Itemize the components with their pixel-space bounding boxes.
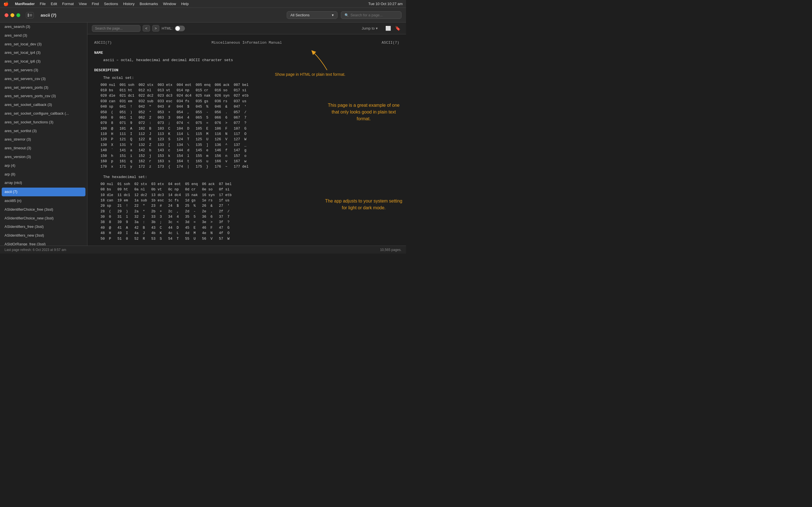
man-header-left: ASCII(7) [94, 40, 112, 46]
bookmark-icon[interactable]: 🔖 [394, 25, 402, 32]
sidebar-item[interactable]: ares_send (3) [0, 31, 87, 40]
sidebar-item[interactable]: ASIdentifiers_new (3ssl) [0, 231, 87, 240]
sidebar-item[interactable]: ares_set_servers (3) [0, 66, 87, 75]
close-button[interactable] [4, 13, 8, 17]
svg-rect-0 [28, 13, 29, 17]
octal-table: 000 nul 001 soh 002 stx 003 etx 004 eot … [94, 82, 399, 170]
sidebar-item[interactable]: ares_strerror (3) [0, 135, 87, 144]
search-input[interactable] [350, 13, 398, 17]
sidebar-toggle-button[interactable] [26, 12, 34, 18]
sidebar-item[interactable]: ares_set_socket_configure_callback (... [0, 109, 87, 118]
sidebar-item[interactable]: ASIdOrRange_free (3ssl) [0, 240, 87, 245]
menu-sections[interactable]: Sections [104, 2, 118, 6]
name-section-title: NAME [94, 50, 399, 56]
sidebar-item[interactable]: ares_set_local_dev (3) [0, 40, 87, 49]
sidebar-item[interactable]: ares_set_servers_csv (3) [0, 75, 87, 83]
title-bar: ascii (7) All Sections ▾ 🔍 [0, 8, 406, 22]
toggle-knob [175, 26, 180, 31]
menu-manreader[interactable]: ManReader [15, 2, 35, 6]
maximize-button[interactable] [16, 13, 20, 17]
page-count-label: 10,565 pages. [380, 248, 402, 252]
sidebar-item[interactable]: ascii (7) [2, 187, 86, 196]
man-page-header: ASCII(7) Miscellaneous Information Manua… [94, 40, 399, 46]
dropdown-arrow-icon: ▾ [332, 13, 334, 17]
last-refresh-label: Last page refresh: 6 Oct 2023 at 9:57 am [4, 248, 66, 252]
hex-table: 00 nul 01 soh 02 stx 03 etx 04 eot 05 en… [94, 182, 399, 242]
sidebar-item[interactable]: ares_set_local_ip6 (3) [0, 57, 87, 66]
octal-intro: The octal set: [94, 75, 399, 81]
man-content[interactable]: ASCII(7) Miscellaneous Information Manua… [87, 34, 406, 245]
main-layout: ares_search (3)ares_send (3)ares_set_loc… [0, 22, 406, 245]
search-page-input[interactable] [92, 25, 140, 32]
sidebar-item[interactable]: ares_set_sortlist (3) [0, 127, 87, 135]
menu-bar-time: Tue 10 Oct 10:27 am [368, 2, 403, 6]
menu-find[interactable]: Find [92, 2, 99, 6]
sections-label: All Sections [290, 13, 310, 17]
sidebar-item[interactable]: ares_timeout (3) [0, 144, 87, 153]
hex-intro: The hexadecimal set: [94, 174, 399, 180]
html-toggle-group: HTML: [161, 25, 185, 31]
sidebar-item[interactable]: ASIdentifiers_free (3ssl) [0, 223, 87, 231]
menu-edit[interactable]: Edit [51, 2, 57, 6]
sidebar-item[interactable]: ares_set_socket_functions (3) [0, 118, 87, 127]
sidebar-item[interactable]: ares_set_servers_ports_csv (3) [0, 92, 87, 101]
svg-rect-1 [30, 14, 32, 15]
status-bar: Last page refresh: 6 Oct 2023 at 9:57 am… [0, 245, 406, 253]
menu-history[interactable]: History [123, 2, 135, 6]
minimize-button[interactable] [10, 13, 14, 17]
sidebar-item[interactable]: ares_search (3) [0, 22, 87, 31]
content-area: < > HTML: Jump to ▾ ⬜ 🔖 ASCII(7) Mis [87, 22, 406, 245]
menu-bar: 🍎 ManReader File Edit Format View Find S… [0, 0, 406, 8]
menu-view[interactable]: View [79, 2, 87, 6]
svg-rect-2 [30, 15, 32, 15]
traffic-lights [4, 13, 20, 17]
sidebar-item[interactable]: ares_version (3) [0, 153, 87, 161]
sidebar-item[interactable]: arp (8) [0, 170, 87, 179]
menu-file[interactable]: File [40, 2, 46, 6]
sidebar-item[interactable]: ares_set_local_ip4 (3) [0, 48, 87, 57]
sidebar-item[interactable]: ASIdentifierChoice_free (3ssl) [0, 205, 87, 214]
sidebar-item[interactable]: ares_set_servers_ports (3) [0, 83, 87, 92]
description-section-title: DESCRIPTION [94, 68, 399, 73]
sidebar-item[interactable]: array (ntcl) [0, 179, 87, 187]
menu-format[interactable]: Format [62, 2, 73, 6]
page-title: ascii (7) [41, 13, 56, 17]
apple-menu-icon[interactable]: 🍎 [3, 1, 9, 6]
search-bar[interactable]: 🔍 [341, 11, 402, 19]
man-header-right: ASCII(7) [382, 40, 399, 46]
plain-text-annotation: This page is a great example of one that… [324, 102, 403, 122]
sidebar-item[interactable]: arp (4) [0, 161, 87, 170]
sidebar: ares_search (3)ares_send (3)ares_set_loc… [0, 22, 87, 245]
jump-to-button[interactable]: Jump to ▾ [359, 25, 380, 32]
menu-window[interactable]: Window [163, 2, 176, 6]
toolbar-icons: ⬜ 🔖 [385, 25, 402, 32]
jump-to-arrow-icon: ▾ [376, 26, 378, 31]
prev-button[interactable]: < [143, 25, 150, 32]
jump-to-label: Jump to [362, 26, 375, 31]
content-toolbar: < > HTML: Jump to ▾ ⬜ 🔖 [87, 22, 406, 34]
svg-rect-3 [30, 16, 32, 16]
menu-help[interactable]: Help [181, 2, 189, 6]
sidebar-item[interactable]: ares_set_socket_callback (3) [0, 101, 87, 109]
dark-mode-annotation: The app adjusts to your system setting f… [324, 198, 403, 211]
next-button[interactable]: > [152, 25, 160, 32]
layout-icon[interactable]: ⬜ [385, 25, 392, 32]
name-description: ascii – octal, hexadecimal and decimal A… [94, 57, 399, 63]
sections-dropdown[interactable]: All Sections ▾ [287, 11, 338, 19]
html-toggle-switch[interactable] [175, 25, 185, 31]
menu-bookmarks[interactable]: Bookmarks [140, 2, 158, 6]
search-icon: 🔍 [345, 13, 349, 17]
sidebar-item[interactable]: ascii85 (n) [0, 196, 87, 205]
man-header-center: Miscellaneous Information Manual [211, 40, 282, 46]
sidebar-item[interactable]: ASIdentifierChoice_new (3ssl) [0, 214, 87, 223]
html-label: HTML: [161, 26, 172, 31]
